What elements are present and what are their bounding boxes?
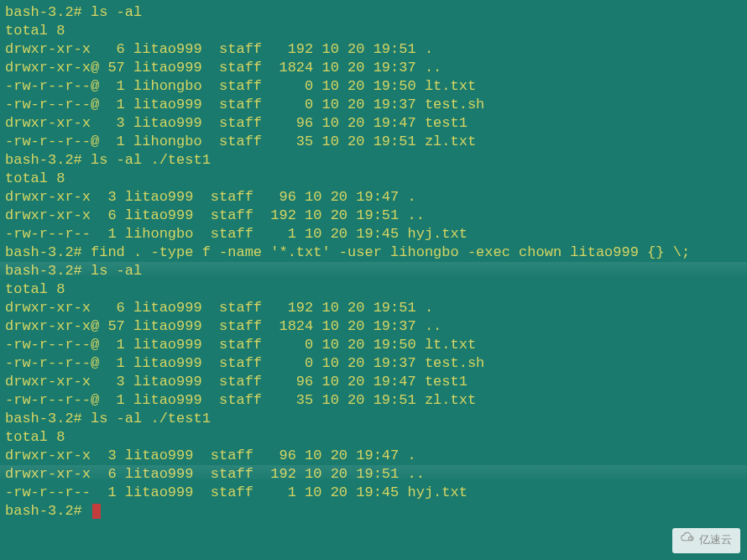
output-line: drwxr-xr-x 3 litao999 staff 96 10 20 19:…: [5, 188, 742, 207]
command-line: bash-3.2# find . -type f -name '*.txt' -…: [5, 243, 742, 262]
output-line: drwxr-xr-x 6 litao999 staff 192 10 20 19…: [5, 207, 742, 225]
output-line: drwxr-xr-x 3 litao999 staff 96 10 20 19:…: [5, 373, 742, 391]
cloud-icon: [681, 531, 696, 550]
output-line: -rw-r--r--@ 1 litao999 staff 0 10 20 19:…: [5, 96, 742, 114]
output-line: -rw-r--r-- 1 lihongbo staff 1 10 20 19:4…: [5, 225, 742, 243]
watermark-text: 亿速云: [699, 531, 732, 550]
output-line: drwxr-xr-x 3 litao999 staff 96 10 20 19:…: [5, 447, 742, 465]
svg-point-0: [688, 537, 692, 541]
output-line: -rw-r--r--@ 1 lihongbo staff 35 10 20 19…: [5, 133, 742, 151]
output-line: -rw-r--r--@ 1 litao999 staff 0 10 20 19:…: [5, 336, 742, 354]
output-line: drwxr-xr-x 3 litao999 staff 96 10 20 19:…: [5, 114, 742, 133]
output-line: -rw-r--r-- 1 litao999 staff 1 10 20 19:4…: [5, 484, 742, 502]
output-line: total 8: [5, 22, 742, 40]
output-line: drwxr-xr-x@ 57 litao999 staff 1824 10 20…: [5, 317, 742, 336]
output-line: drwxr-xr-x 6 litao999 staff 192 10 20 19…: [5, 465, 742, 484]
output-line: drwxr-xr-x 6 litao999 staff 192 10 20 19…: [5, 40, 742, 59]
output-line: drwxr-xr-x 6 litao999 staff 192 10 20 19…: [5, 299, 742, 317]
output-line: total 8: [5, 170, 742, 188]
output-line: total 8: [5, 280, 742, 299]
watermark: 亿速云: [672, 528, 740, 553]
cursor: [92, 504, 101, 519]
command-line: bash-3.2# ls -al: [5, 3, 742, 22]
output-line: -rw-r--r--@ 1 lihongbo staff 0 10 20 19:…: [5, 77, 742, 96]
output-line: -rw-r--r--@ 1 litao999 staff 35 10 20 19…: [5, 391, 742, 410]
command-line: bash-3.2# ls -al: [5, 262, 742, 280]
terminal-output[interactable]: bash-3.2# ls -altotal 8drwxr-xr-x 6 lita…: [0, 0, 747, 524]
prompt-line[interactable]: bash-3.2#: [5, 502, 742, 521]
prompt-text: bash-3.2#: [5, 503, 91, 519]
command-line: bash-3.2# ls -al ./test1: [5, 410, 742, 428]
output-line: drwxr-xr-x@ 57 litao999 staff 1824 10 20…: [5, 59, 742, 77]
output-line: -rw-r--r--@ 1 litao999 staff 0 10 20 19:…: [5, 354, 742, 373]
command-line: bash-3.2# ls -al ./test1: [5, 151, 742, 170]
output-line: total 8: [5, 428, 742, 447]
